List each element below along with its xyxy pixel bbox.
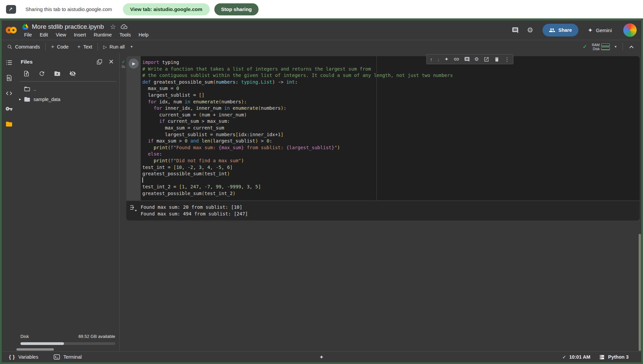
code-line: largest_sublist = [] — [142, 92, 640, 99]
search-icon — [7, 44, 12, 50]
code-line: def greatest_possible_sum(numbers: typin… — [142, 79, 640, 86]
mount-drive-icon[interactable] — [54, 70, 61, 77]
ram-label: RAM — [592, 43, 599, 47]
disk-available-value: 69.52 GB available — [78, 334, 115, 339]
move-cell-down-icon[interactable]: ↓ — [437, 57, 440, 62]
code-line: largest_sublist = numbers[idx:inner_idx+… — [142, 131, 640, 138]
file-tree-item-label: sample_data — [33, 97, 60, 102]
menu-help[interactable]: Help — [137, 32, 150, 38]
code-line: print(f"Did not find a max sum") — [142, 158, 640, 164]
add-comment-icon[interactable] — [464, 57, 470, 62]
more-actions-icon[interactable]: ⋮ — [504, 56, 510, 63]
code-line: # Write a function that takes a list of … — [142, 66, 640, 73]
disk-info: Disk 69.52 GB available — [20, 334, 115, 339]
notebook-vertical-scrollbar[interactable] — [639, 234, 641, 351]
table-of-contents-icon[interactable] — [5, 59, 13, 66]
run-all-dropdown-icon[interactable]: ▾ — [131, 44, 133, 49]
variables-label: Variables — [18, 354, 38, 360]
user-avatar[interactable] — [623, 23, 637, 37]
copy-link-icon[interactable] — [453, 56, 459, 62]
files-folder-icon[interactable] — [5, 120, 13, 128]
refresh-icon[interactable] — [39, 70, 45, 77]
comments-icon[interactable] — [512, 27, 519, 34]
notebook-title[interactable]: More stdlib practice.ipynb — [32, 23, 104, 30]
menu-runtime[interactable]: Runtime — [92, 32, 113, 38]
file-tree-item-label: .. — [33, 86, 36, 92]
menu-edit[interactable]: Edit — [38, 32, 49, 38]
gemini-button[interactable]: ✦ Gemini — [588, 26, 612, 34]
disk-usage-bar — [601, 47, 610, 50]
find-replace-icon[interactable] — [5, 74, 13, 82]
open-in-tab-icon[interactable] — [484, 57, 489, 62]
resources-dropdown-icon[interactable]: ▾ — [615, 44, 617, 49]
code-snippets-icon[interactable] — [5, 90, 13, 97]
popout-panel-icon[interactable] — [96, 59, 102, 65]
run-all-play-icon: ▷ — [103, 44, 107, 50]
menu-insert[interactable]: Insert — [73, 32, 87, 38]
output-row: Found max sum: 20 from sublist: [10]Foun… — [126, 201, 640, 220]
menu-file[interactable]: File — [23, 32, 33, 38]
code-line: import typing — [142, 59, 640, 66]
plus-icon: + — [77, 43, 81, 50]
kernel-label: Python 3 — [608, 354, 629, 360]
title-block: More stdlib practice.ipynb ☆ File Edit V… — [22, 23, 150, 38]
commands-button[interactable]: Commands — [7, 44, 40, 50]
cloud-saved-icon — [121, 24, 128, 29]
add-text-button[interactable]: + Text — [77, 43, 92, 50]
output-options-icon[interactable] — [130, 205, 137, 212]
add-text-label: Text — [83, 44, 92, 50]
kernel-selector[interactable]: Python 3 — [599, 354, 629, 360]
code-line: greatest_possible_sum(test_int) — [142, 171, 640, 177]
output-line: Found max sum: 20 from sublist: [10] — [141, 204, 248, 211]
header-actions: ⚙ Share ✦ Gemini — [512, 23, 637, 37]
move-cell-up-icon[interactable]: ↑ — [430, 57, 433, 62]
menu-view[interactable]: View — [54, 32, 67, 38]
terminal-button[interactable]: Terminal — [54, 354, 82, 360]
add-code-button[interactable]: + Code — [51, 43, 69, 50]
cell-gemini-sparkle-icon[interactable]: ✦ — [444, 56, 449, 62]
gemini-label: Gemini — [596, 27, 612, 33]
code-editor[interactable]: import typing# Write a function that tak… — [141, 56, 640, 200]
capture-frame: More stdlib practice.ipynb ☆ File Edit V… — [0, 18, 643, 364]
files-actions — [16, 65, 119, 77]
ram-usage-bar — [601, 43, 610, 47]
files-horizontal-scrollbar[interactable] — [16, 348, 54, 351]
view-tab-button[interactable]: View tab: aistudio.google.com — [123, 3, 210, 15]
stop-sharing-button[interactable]: Stop sharing — [214, 3, 259, 15]
file-tree-item-parent[interactable]: .. — [16, 84, 119, 94]
code-line: # the contiguous sublist within the give… — [142, 72, 640, 79]
delete-cell-trash-icon[interactable] — [494, 57, 500, 62]
secrets-key-icon[interactable] — [5, 105, 13, 112]
toolbar-right: ✓ RAM Disk ▾ — [583, 43, 634, 51]
close-panel-icon[interactable]: ✕ — [109, 59, 114, 65]
plus-icon: + — [51, 43, 54, 50]
file-tree-item-sample-data[interactable]: ▸ sample_data — [16, 94, 119, 104]
menu-tools[interactable]: Tools — [118, 32, 132, 38]
screen-share-icon — [6, 5, 16, 14]
collapse-toolbar-icon[interactable] — [629, 45, 634, 49]
share-button[interactable]: Share — [543, 24, 578, 36]
run-cell-button[interactable]: ▶ — [129, 59, 139, 69]
menu-bar: File Edit View Insert Runtime Tools Help — [23, 32, 150, 38]
code-line: max_sum = current_sum — [142, 125, 640, 131]
variables-button[interactable]: { } Variables — [9, 354, 38, 360]
hide-files-eye-off-icon[interactable] — [69, 70, 76, 77]
colab-window: Sharing this tab to aistudio.google.com … — [0, 0, 643, 364]
star-icon[interactable]: ☆ — [110, 23, 116, 31]
bottom-sparkle-icon[interactable]: ✦ — [319, 354, 324, 360]
colab-logo-icon[interactable] — [6, 24, 17, 36]
upload-file-icon[interactable] — [23, 70, 30, 77]
file-tree: .. ▸ sample_data — [16, 82, 119, 104]
resources-indicator[interactable]: RAM Disk — [592, 43, 610, 51]
bottom-bar: { } Variables Terminal ✦ ✓ 10:01 AM Pyth… — [2, 351, 641, 362]
cell-left-strip: ▶ — [126, 56, 141, 200]
disk-info-label: Disk — [20, 334, 29, 339]
saved-check-icon: ✓ — [562, 354, 566, 360]
sharing-message: Sharing this tab to aistudio.google.com — [25, 6, 112, 12]
settings-gear-icon[interactable]: ⚙ — [527, 26, 533, 34]
expand-caret-icon[interactable]: ▸ — [16, 97, 24, 101]
run-all-button[interactable]: ▷ Run all — [103, 44, 125, 50]
cell-settings-gear-icon[interactable]: ⚙ — [475, 56, 479, 62]
people-icon — [549, 28, 555, 32]
colab-app: More stdlib practice.ipynb ☆ File Edit V… — [2, 20, 641, 362]
